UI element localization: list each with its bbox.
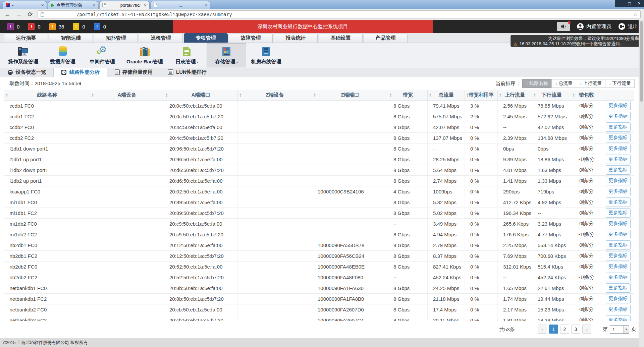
tab-close-icon[interactable]: ×	[205, 3, 207, 8]
column-header[interactable]: ▲▼ 带宽利用率	[465, 90, 498, 100]
sort-button[interactable]: 上行流量	[576, 79, 605, 88]
table-row[interactable]: nb2db1 FC0 20:12:50:eb:1a:5e:fa:00 10000…	[4, 240, 634, 250]
sub-tab-lun-ranking[interactable]: LUN性能排行	[160, 68, 214, 77]
column-header[interactable]: ▲▼ 上行流量	[498, 90, 532, 100]
pager-next-button[interactable]: ›	[582, 325, 591, 334]
more-metrics-button[interactable]: 更多指标	[606, 219, 631, 228]
window-minimize-button[interactable]: ─	[615, 0, 625, 7]
pager-prev-button[interactable]: ‹	[538, 325, 547, 334]
ribbon-item-os[interactable]: 操作系统管理	[3, 43, 43, 67]
more-metrics-button[interactable]: 更多指标	[606, 273, 631, 282]
url-bar[interactable]: /portal/?ticket=ST-41-HNZkTtgXke5ligDwp2…	[38, 10, 641, 18]
table-row[interactable]: l1db1 up port1 20:96:50:eb:1a:5e:fa:00 8…	[4, 154, 634, 165]
column-sort-icon[interactable]: ▲▼	[573, 93, 575, 97]
more-metrics-button[interactable]: 更多指标	[606, 144, 631, 153]
more-metrics-button[interactable]: 更多指标	[606, 315, 631, 321]
column-sort-icon[interactable]: ▲▼	[389, 93, 392, 97]
table-row[interactable]: licaiapp1 FC0 20:02:50:eb:1a:5e:fa:00 10…	[4, 186, 634, 197]
notification-toast[interactable]: 为达最佳浏览效果，建议使用1920*1080分辨率 ⚠ 16:03 2018-0…	[511, 35, 642, 47]
column-header[interactable]: ▲▼ 错包数	[571, 90, 602, 100]
alert-badge[interactable]: ! 0	[73, 23, 85, 30]
more-metrics-button[interactable]: 更多指标	[606, 112, 631, 121]
tab-close-icon[interactable]: ×	[144, 3, 147, 8]
page-scroll-thumb[interactable]	[640, 21, 643, 102]
table-row[interactable]: l1db2 down port1 20:d6:50:eb:1a:c5:b7:20…	[4, 165, 634, 175]
page-jump-select[interactable]: 1 ▼	[610, 325, 629, 334]
nav-tab[interactable]: 基础设置	[319, 33, 363, 43]
more-metrics-button[interactable]: 更多指标	[606, 197, 631, 207]
window-maximize-button[interactable]: ▢	[625, 0, 634, 7]
tab-close-icon[interactable]: ×	[41, 3, 44, 8]
nav-tab[interactable]: 产品管理	[364, 33, 408, 43]
table-row[interactable]: ccdb1 FC2 20:0c:50:eb:1a:c5:b7:20 8 Gbps…	[4, 111, 634, 122]
table-row[interactable]: mi1db2 FC0 20:c9:50:eb:1a:5e:fa:00 -- 3.…	[4, 218, 634, 229]
column-header[interactable]: ▲▼ A端端口	[164, 90, 238, 100]
browser-tab[interactable]: 查看管理对象 ×	[48, 1, 98, 9]
ribbon-item-middleware[interactable]: ⚙ ⚙ 中间件管理	[83, 43, 122, 67]
column-sort-icon[interactable]: ▲▼	[314, 93, 316, 97]
nav-tab[interactable]: 故障管理	[229, 33, 273, 43]
sub-tab-line-performance[interactable]: 线路性能分析	[54, 68, 107, 77]
dropdown-arrow-icon[interactable]: ▼	[623, 326, 629, 333]
table-row[interactable]: netbankdb1 FC2 20:8b:50:eb:1a:c5:b7:20 1…	[4, 293, 634, 304]
more-metrics-button[interactable]: 更多指标	[606, 294, 631, 303]
user-menu[interactable]: 内置管理员	[577, 23, 611, 30]
table-row[interactable]: netbankdb2 FC0 20:cb:50:eb:1a:5e:fa:00 1…	[4, 304, 634, 315]
table-row[interactable]: l1db1 down port1 20:96:50:eb:1a:c5:b7:20…	[4, 143, 634, 154]
table-row[interactable]: mi1db1 FC0 20:89:50:eb:1a:5e:fa:00 8 Gbp…	[4, 197, 634, 208]
column-header[interactable]: ▲▼ Z端设备	[238, 90, 312, 100]
column-header[interactable]: ▲▼ 下行流量	[532, 90, 571, 100]
logout-button[interactable]: 退出	[618, 23, 638, 30]
more-metrics-button[interactable]: 更多指标	[606, 305, 631, 314]
sort-button[interactable]: 总流量	[551, 79, 576, 88]
alert-badge[interactable]: ! 0	[94, 23, 106, 30]
column-sort-icon[interactable]: ▲▼	[6, 93, 8, 97]
more-metrics-button[interactable]: 更多指标	[606, 208, 631, 218]
column-sort-icon[interactable]: ▲▼	[92, 93, 94, 97]
more-metrics-button[interactable]: 更多指标	[606, 155, 631, 164]
column-header[interactable]: ▲▼ 线路名称	[4, 90, 90, 100]
column-sort-icon[interactable]: ▲▼	[165, 93, 168, 97]
nav-tab[interactable]: 拓扑管理	[94, 33, 138, 43]
alert-badge[interactable]: ! 36	[49, 23, 64, 30]
back-button[interactable]: ←	[3, 11, 11, 18]
sound-button[interactable]	[557, 22, 570, 31]
bookmark-star-icon[interactable]: ☆	[633, 11, 638, 17]
more-metrics-button[interactable]: 更多指标	[606, 101, 631, 110]
more-metrics-button[interactable]: 更多指标	[606, 283, 631, 293]
table-row[interactable]: l1db2 up port1 20:d6:50:eb:1a:5e:fa:00 8…	[4, 175, 634, 186]
table-row[interactable]: netbankdb2 FC2 20:cb:50:eb:1a:c5:b7:20 1…	[4, 315, 634, 321]
ribbon-item-oracle-rac[interactable]: Oracle Rac管理	[122, 43, 167, 67]
nav-tab[interactable]: 报表统计	[274, 33, 318, 43]
table-row[interactable]: ccdb1 FC0 20:0c:50:eb:1a:5e:fa:00 8 Gbps…	[4, 100, 634, 111]
sort-button[interactable]: 下行流量	[605, 79, 635, 88]
pager-page-button[interactable]: 3	[571, 325, 580, 334]
nav-tab[interactable]: 智能运维	[49, 33, 93, 43]
table-row[interactable]: mi1db2 FC2 20:c9:50:eb:1a:c5:b7:20 8 Gbp…	[4, 229, 634, 240]
column-sort-icon[interactable]: ▲▼	[466, 93, 469, 97]
browser-tab[interactable]: - ×	[3, 1, 47, 9]
ribbon-item-log[interactable]: 日志管理▾	[167, 43, 207, 67]
table-row[interactable]: nb2db2 FC0 20:52:50:eb:1a:5e:fa:00 10000…	[4, 261, 634, 272]
column-sort-icon[interactable]: ▲▼	[534, 93, 536, 97]
browser-tab[interactable]: ... ×	[151, 1, 210, 9]
column-header[interactable]: ▲▼ 带宽	[388, 90, 428, 100]
column-header[interactable]: ▲▼ A端设备	[90, 90, 164, 100]
url-text[interactable]: /portal/?ticket=ST-41-HNZkTtgXke5ligDwp2…	[76, 12, 232, 17]
nav-tab[interactable]: 巡检管理	[139, 33, 183, 43]
table-row[interactable]: nb2db2 FC2 20:52:50:eb:1a:c5:b7:20 10000…	[4, 272, 634, 283]
more-metrics-button[interactable]: 更多指标	[606, 133, 631, 142]
nav-tab[interactable]: 运行摘要	[4, 33, 48, 43]
ribbon-item-cabling[interactable]: 机房布线管理	[246, 43, 286, 67]
more-metrics-button[interactable]: 更多指标	[606, 240, 631, 250]
ribbon-item-storage[interactable]: 存储管理▾	[207, 43, 246, 67]
tab-close-icon[interactable]: ×	[93, 3, 95, 8]
table-row[interactable]: ccdb2 FC0 20:4c:50:eb:1a:5e:fa:00 8 Gbps…	[4, 122, 634, 132]
more-metrics-button[interactable]: 更多指标	[606, 176, 631, 185]
more-metrics-button[interactable]: 更多指标	[606, 187, 631, 196]
column-sort-icon[interactable]: ▲▼	[499, 93, 501, 97]
window-close-button[interactable]: ✕	[634, 0, 644, 7]
refresh-button[interactable]: ⟳	[26, 11, 34, 18]
browser-tab-active[interactable]: /portal/?tic ×	[99, 1, 150, 9]
nav-tab[interactable]: 专项管理	[184, 33, 228, 43]
